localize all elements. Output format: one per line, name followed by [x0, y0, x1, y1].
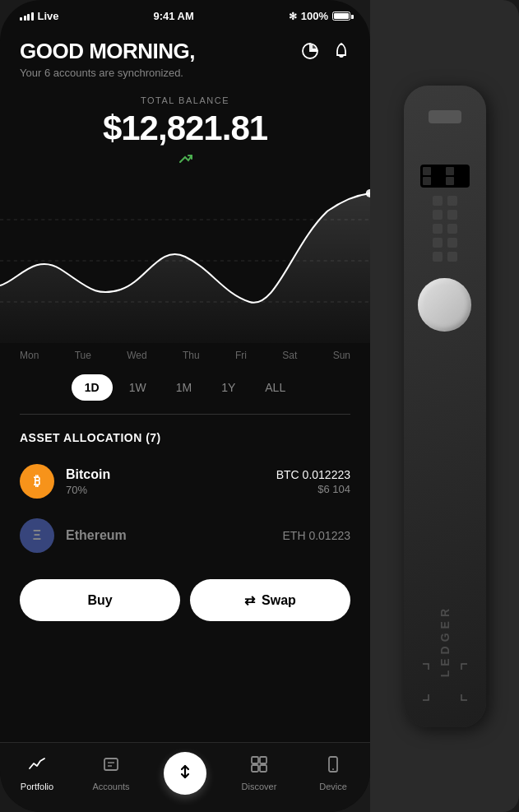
swap-icon: ⇄ — [244, 592, 255, 608]
greeting-title: GOOD MORNING, — [20, 39, 195, 64]
greeting-subtitle: Your 6 accounts are synchronized. — [20, 67, 195, 79]
device-body: LEDGER — [404, 86, 486, 727]
balance-amount: $12,821.81 — [20, 109, 350, 148]
asset-values-eth: ETH 0.01223 — [283, 529, 351, 542]
nav-portfolio[interactable]: Portfolio — [12, 755, 62, 791]
trend-up-icon — [178, 151, 192, 166]
day-thu: Thu — [183, 350, 200, 361]
filter-1y[interactable]: 1Y — [208, 374, 248, 401]
svg-point-14 — [332, 768, 334, 770]
app-header: GOOD MORNING, Your 6 accounts are synchr… — [0, 22, 370, 87]
buy-label: Buy — [87, 593, 112, 608]
balance-section: TOTAL BALANCE $12,821.81 — [0, 87, 370, 170]
greeting-block: GOOD MORNING, Your 6 accounts are synchr… — [20, 39, 195, 79]
battery-icon — [332, 12, 350, 21]
nav-discover-label: Discover — [242, 782, 277, 791]
ledger-device: LEDGER — [370, 0, 519, 812]
notification-icon[interactable] — [332, 42, 350, 64]
nav-accounts[interactable]: Accounts — [86, 755, 136, 791]
asset-values-bitcoin: BTC 0.012223 $6 104 — [276, 468, 350, 495]
asset-info-bitcoin: Bitcoin 70% — [66, 467, 265, 496]
transfer-icon — [176, 763, 194, 785]
swap-label: Swap — [262, 593, 296, 608]
device-wheel[interactable] — [418, 278, 471, 332]
nav-portfolio-label: Portfolio — [21, 782, 53, 791]
nav-accounts-label: Accounts — [92, 782, 129, 791]
day-tue: Tue — [75, 350, 91, 361]
asset-allocation-title: ASSET ALLOCATION (7) — [0, 415, 370, 454]
day-sun: Sun — [333, 350, 350, 361]
carrier-label: Live — [38, 10, 59, 22]
accounts-nav-icon — [102, 755, 120, 778]
nav-center-button[interactable] — [160, 752, 210, 795]
day-mon: Mon — [20, 350, 39, 361]
asset-name-bitcoin: Bitcoin — [66, 467, 265, 482]
action-buttons: Buy ⇄ Swap — [0, 566, 370, 638]
nav-device-label: Device — [319, 782, 347, 791]
bitcoin-icon: ₿ — [20, 464, 54, 499]
asset-crypto-bitcoin: BTC 0.012223 — [276, 468, 350, 481]
phone-frame: Live 9:41 AM ✻ 100% GOOD MORNING, Your 6… — [0, 0, 370, 812]
time-label: 9:41 AM — [153, 10, 193, 22]
device-corner-marks — [420, 661, 470, 703]
battery-label: 100% — [301, 10, 328, 22]
bluetooth-icon: ✻ — [289, 11, 297, 22]
bottom-navigation: Portfolio Accounts — [0, 742, 370, 812]
asset-crypto-eth: ETH 0.01223 — [283, 529, 351, 542]
svg-rect-5 — [104, 759, 118, 770]
nav-discover[interactable]: Discover — [234, 755, 284, 791]
filter-1w[interactable]: 1W — [116, 374, 160, 401]
asset-row-eth[interactable]: Ξ Ethereum ETH 0.01223 — [0, 508, 370, 563]
day-sat: Sat — [282, 350, 297, 361]
portfolio-nav-icon — [28, 755, 46, 778]
svg-rect-12 — [260, 765, 266, 772]
device-screen — [420, 165, 470, 188]
balance-label: TOTAL BALANCE — [20, 95, 350, 105]
price-chart — [0, 179, 370, 343]
asset-row-bitcoin[interactable]: ₿ Bitcoin 70% BTC 0.012223 $6 104 — [0, 454, 370, 508]
filter-all[interactable]: ALL — [252, 374, 299, 401]
status-bar: Live 9:41 AM ✻ 100% — [0, 0, 370, 22]
swap-button[interactable]: ⇄ Swap — [190, 579, 350, 621]
asset-name-eth: Ethereum — [66, 528, 271, 543]
asset-fiat-bitcoin: $6 104 — [276, 483, 350, 495]
portfolio-icon[interactable] — [301, 42, 319, 64]
asset-info-eth: Ethereum — [66, 528, 271, 543]
balance-change — [20, 151, 350, 166]
signal-icon — [20, 12, 34, 21]
asset-pct-bitcoin: 70% — [66, 484, 265, 496]
day-wed: Wed — [127, 350, 146, 361]
discover-nav-icon — [250, 755, 268, 778]
time-filter-group: 1D 1W 1M 1Y ALL — [0, 361, 370, 414]
nav-device[interactable]: Device — [308, 755, 358, 791]
day-fri: Fri — [235, 350, 247, 361]
filter-1d[interactable]: 1D — [72, 374, 113, 401]
svg-rect-10 — [260, 757, 266, 763]
device-top-button[interactable] — [429, 110, 461, 123]
device-nav-icon — [324, 755, 342, 778]
eth-icon: Ξ — [20, 518, 54, 553]
svg-rect-9 — [252, 757, 258, 763]
filter-1m[interactable]: 1M — [163, 374, 205, 401]
svg-rect-11 — [252, 765, 258, 772]
chart-day-labels: Mon Tue Wed Thu Fri Sat Sun — [0, 343, 370, 361]
buy-button[interactable]: Buy — [20, 579, 180, 621]
transfer-button[interactable] — [164, 752, 206, 795]
